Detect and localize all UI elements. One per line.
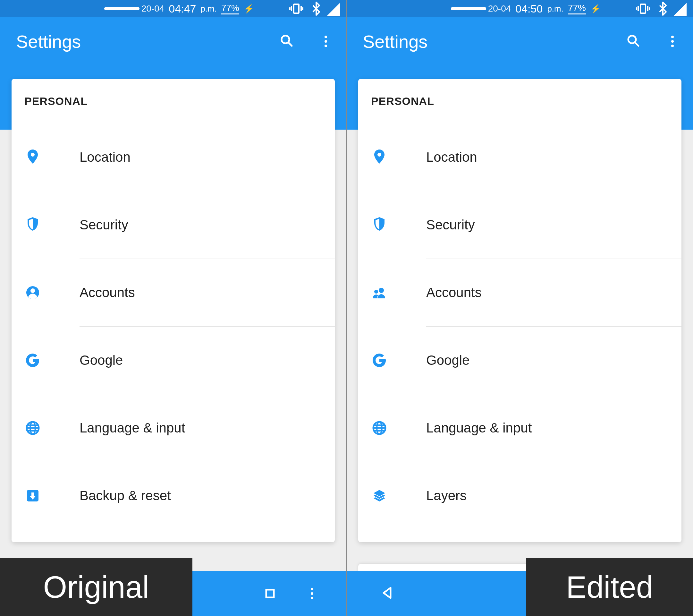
battery-bar-icon [451, 7, 486, 10]
status-ampm: p.m. [200, 4, 217, 14]
settings-item-location[interactable]: Location [358, 123, 681, 191]
settings-item-label: Security [80, 217, 128, 233]
settings-item-language[interactable]: Language & input [12, 394, 335, 462]
security-icon [25, 216, 80, 234]
app-bar: Settings [346, 17, 693, 65]
more-icon[interactable] [665, 34, 680, 49]
status-time: 04:47 [169, 3, 196, 15]
settings-item-accounts[interactable]: Accounts [12, 259, 335, 326]
settings-item-label: Location [426, 150, 477, 165]
bluetooth-icon [309, 1, 321, 16]
language-icon [372, 420, 426, 436]
google-icon [25, 352, 80, 368]
settings-item-security[interactable]: Security [358, 191, 681, 258]
search-icon[interactable] [626, 33, 642, 50]
caption-edited: Edited [526, 558, 693, 616]
screenshot-edited: 20-04 04:50 p.m. 77% ⚡ Settings PERSONAL… [346, 0, 693, 616]
settings-item-label: Accounts [80, 285, 135, 300]
settings-item-label: Google [426, 352, 470, 368]
bluetooth-icon [655, 1, 668, 16]
status-date: 20-04 [141, 3, 164, 14]
language-icon [25, 420, 80, 436]
status-bar: 20-04 04:50 p.m. 77% ⚡ [346, 0, 693, 17]
location-icon [372, 148, 426, 166]
security-icon [372, 216, 426, 234]
screenshot-original: 20-04 04:47 p.m. 77% ⚡ Settings PERSONAL… [0, 0, 346, 616]
vibrate-icon [289, 1, 304, 16]
navigation-bar [193, 571, 346, 616]
people-icon [372, 285, 426, 300]
app-bar-title: Settings [363, 31, 626, 52]
settings-item-google[interactable]: Google [358, 327, 681, 394]
layers-icon [372, 488, 426, 503]
vibrate-icon [635, 1, 651, 16]
charging-icon: ⚡ [590, 4, 601, 14]
navigation-bar [346, 571, 526, 616]
status-battery-pct: 77% [221, 3, 239, 15]
signal-icon [672, 2, 687, 16]
settings-item-label: Language & input [80, 420, 185, 436]
backup-icon [25, 488, 80, 503]
settings-item-security[interactable]: Security [12, 191, 335, 258]
settings-item-location[interactable]: Location [12, 123, 335, 191]
settings-item-google[interactable]: Google [12, 327, 335, 394]
settings-item-label: Google [80, 352, 123, 368]
account-icon [25, 285, 80, 300]
charging-icon: ⚡ [244, 4, 254, 14]
battery-bar-icon [104, 7, 139, 10]
settings-item-accounts[interactable]: Accounts [358, 259, 681, 326]
nav-back-icon[interactable] [380, 585, 396, 602]
settings-item-backup[interactable]: Backup & reset [12, 462, 335, 530]
settings-item-label: Security [426, 217, 475, 233]
nav-recent-icon[interactable] [262, 586, 278, 601]
search-icon[interactable] [279, 33, 296, 50]
section-header: PERSONAL [12, 79, 335, 123]
location-icon [25, 148, 80, 166]
settings-item-label: Backup & reset [80, 488, 171, 503]
settings-item-label: Location [80, 150, 131, 165]
settings-item-layers[interactable]: Layers [358, 462, 681, 530]
status-bar: 20-04 04:47 p.m. 77% ⚡ [0, 0, 346, 17]
status-battery-pct: 77% [568, 3, 586, 15]
app-bar: Settings [0, 17, 346, 65]
nav-more-icon[interactable] [304, 586, 320, 601]
caption-original: Original [0, 558, 193, 616]
status-ampm: p.m. [547, 4, 563, 14]
more-icon[interactable] [318, 34, 334, 49]
signal-icon [326, 2, 340, 16]
settings-card-personal: PERSONAL Location Security Accounts Goog… [358, 79, 681, 542]
settings-item-label: Layers [426, 488, 467, 503]
settings-item-label: Accounts [426, 285, 482, 300]
settings-card-personal: PERSONAL Location Security Accounts Goog… [12, 79, 335, 542]
section-header: PERSONAL [358, 79, 681, 123]
status-time: 04:50 [515, 3, 542, 15]
status-date: 20-04 [488, 3, 511, 14]
app-bar-title: Settings [16, 31, 279, 52]
settings-item-label: Language & input [426, 420, 532, 436]
settings-item-language[interactable]: Language & input [358, 394, 681, 462]
google-icon [372, 352, 426, 368]
